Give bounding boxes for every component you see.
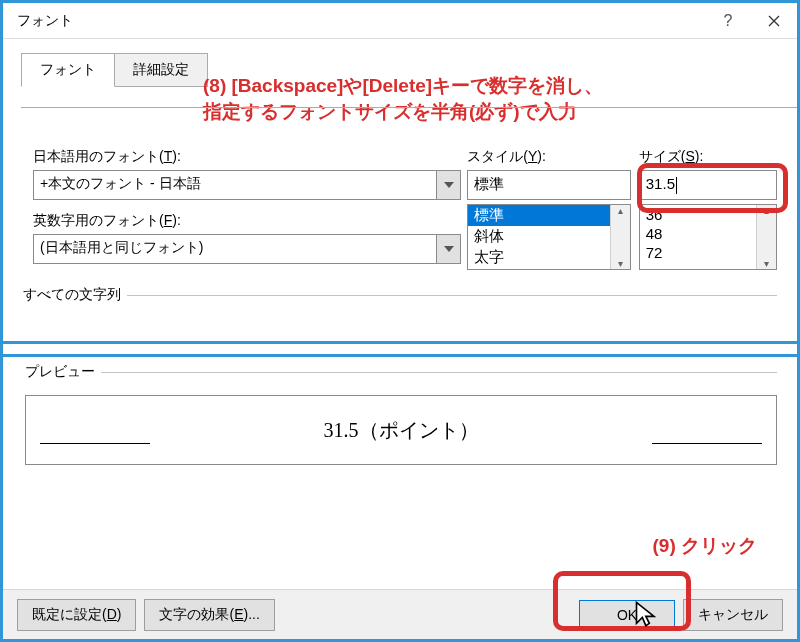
cancel-button[interactable]: キャンセル (683, 599, 783, 631)
label-preview: プレビュー (25, 363, 95, 381)
list-item[interactable]: 太字 (468, 247, 610, 268)
preview-underline (652, 443, 762, 444)
label-latin-font: 英数字用のフォント(F): (33, 212, 461, 230)
scrollbar[interactable]: ▴ ▾ (756, 205, 776, 269)
preview-section: プレビュー 31.5（ポイント） (25, 363, 777, 465)
annotation-step8-line1: (8) [Backspace]や[Delete]キーで数字を消し、 (203, 73, 603, 99)
japanese-font-value: +本文のフォント - 日本語 (34, 171, 436, 199)
list-item[interactable]: 72 (640, 243, 756, 262)
scroll-up-icon[interactable]: ▴ (764, 205, 769, 216)
size-listbox[interactable]: 36 48 72 ▴ ▾ (639, 204, 777, 270)
chevron-down-icon[interactable] (436, 235, 460, 263)
annotation-step9: (9) クリック (653, 533, 758, 559)
dialog-footer: 既定に設定(D) 文字の効果(E)... OK キャンセル (3, 589, 797, 639)
tab-font[interactable]: フォント (21, 53, 115, 87)
style-input[interactable]: 標準 (467, 170, 631, 200)
label-style: スタイル(Y): (467, 148, 631, 166)
tab-divider (21, 107, 797, 108)
preview-box: 31.5（ポイント） (25, 395, 777, 465)
annotation-step8-line2: 指定するフォントサイズを半角(必ず)で入力 (203, 99, 577, 125)
ok-button[interactable]: OK (579, 600, 675, 630)
label-japanese-font: 日本語用のフォント(T): (33, 148, 461, 166)
tab-advanced[interactable]: 詳細設定 (115, 53, 208, 87)
list-item[interactable]: 斜体 (468, 226, 610, 247)
preview-underline (40, 443, 150, 444)
japanese-font-combo[interactable]: +本文のフォント - 日本語 (33, 170, 461, 200)
help-button[interactable]: ? (705, 3, 751, 39)
list-item[interactable]: 36 (640, 205, 756, 224)
font-dialog: フォント ? フォント 詳細設定 (8) [Backspace]や[Delete… (0, 0, 800, 642)
section-all-chars: すべての文字列 (23, 286, 777, 304)
list-item[interactable]: 48 (640, 224, 756, 243)
dialog-body: 日本語用のフォント(T): +本文のフォント - 日本語 英数字用のフォント(F… (33, 148, 777, 304)
latin-font-combo[interactable]: (日本語用と同じフォント) (33, 234, 461, 264)
size-input[interactable]: 31.5 (639, 170, 777, 200)
close-icon (768, 15, 780, 27)
window-title: フォント (17, 12, 73, 30)
label-size: サイズ(S): (639, 148, 777, 166)
latin-font-value: (日本語用と同じフォント) (34, 235, 436, 263)
style-listbox[interactable]: 標準 斜体 太字 ▴ ▾ (467, 204, 631, 270)
text-caret (676, 177, 677, 194)
list-item[interactable]: 標準 (468, 205, 610, 226)
scroll-down-icon[interactable]: ▾ (764, 258, 769, 269)
scroll-up-icon[interactable]: ▴ (618, 205, 623, 216)
set-default-button[interactable]: 既定に設定(D) (17, 599, 136, 631)
scrollbar[interactable]: ▴ ▾ (610, 205, 630, 269)
preview-text: 31.5（ポイント） (324, 417, 479, 444)
scroll-down-icon[interactable]: ▾ (618, 258, 623, 269)
chevron-down-icon[interactable] (436, 171, 460, 199)
screenshot-split-gap (3, 341, 797, 357)
text-effects-button[interactable]: 文字の効果(E)... (144, 599, 274, 631)
title-bar: フォント ? (3, 3, 797, 39)
close-button[interactable] (751, 3, 797, 39)
